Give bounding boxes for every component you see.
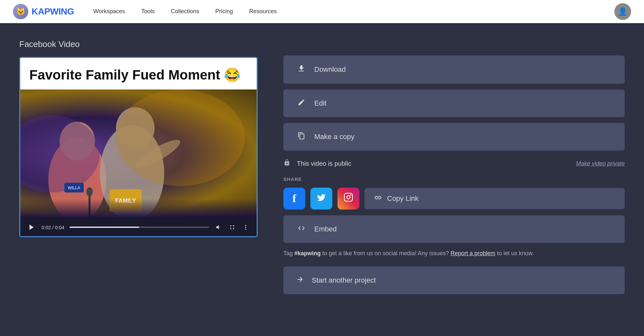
svg-marker-14 xyxy=(30,225,34,230)
navbar: 🐱 KAPWING Workspaces Tools Collections P… xyxy=(0,0,644,23)
tag-suffix-text: to let us know. xyxy=(497,250,534,257)
nav-item-resources[interactable]: Resources xyxy=(249,8,277,15)
svg-rect-18 xyxy=(345,193,353,201)
left-panel: Facebook Video Favorite Family Fued Mome… xyxy=(19,39,258,237)
scene-overlay xyxy=(20,199,257,218)
nav-link-resources[interactable]: Resources xyxy=(249,8,277,14)
twitter-share-button[interactable] xyxy=(310,188,332,210)
report-problem-link[interactable]: Report a problem xyxy=(450,250,495,257)
make-private-link[interactable]: Make video private xyxy=(576,160,625,167)
start-project-label: Start another project xyxy=(312,276,376,285)
edit-icon xyxy=(296,98,307,108)
twitter-icon xyxy=(316,193,327,205)
share-row: f xyxy=(283,188,625,210)
svg-point-9 xyxy=(86,187,93,196)
download-button[interactable]: Download xyxy=(283,55,625,84)
play-button[interactable] xyxy=(27,222,36,232)
make-copy-label: Make a copy xyxy=(314,133,355,141)
svg-point-15 xyxy=(245,225,246,226)
svg-point-16 xyxy=(245,227,246,228)
progress-fill xyxy=(70,227,139,228)
share-section: SHARE xyxy=(283,176,625,182)
make-copy-button[interactable]: Make a copy xyxy=(283,123,625,151)
fullscreen-button[interactable] xyxy=(228,223,237,232)
lock-icon xyxy=(283,159,290,168)
instagram-share-button[interactable] xyxy=(337,188,359,210)
download-icon xyxy=(296,64,307,75)
nav-item-workspaces[interactable]: Workspaces xyxy=(93,8,125,15)
right-panel: Download Edit Make a copy xyxy=(283,39,625,294)
arrow-right-icon xyxy=(296,275,304,285)
copy-link-label: Copy Link xyxy=(387,194,419,203)
embed-label: Embed xyxy=(314,225,337,233)
video-title-overlay: Favorite Family Fued Moment 😂 xyxy=(20,58,257,89)
tag-middle-text: to get a like from us on social media! A… xyxy=(322,250,450,257)
main-content: Facebook Video Favorite Family Fued Mome… xyxy=(0,23,644,310)
controls-right xyxy=(214,223,250,232)
video-controls: 0:02 / 0:04 xyxy=(20,218,257,236)
svg-text:WILLA: WILLA xyxy=(68,185,80,190)
progress-bar[interactable] xyxy=(70,227,209,228)
video-container: Favorite Family Fued Moment 😂 xyxy=(19,57,258,237)
svg-point-17 xyxy=(245,229,246,230)
edit-button[interactable]: Edit xyxy=(283,89,625,117)
logo-area[interactable]: 🐱 KAPWING xyxy=(13,4,74,19)
page-title: Facebook Video xyxy=(19,39,258,49)
nav-item-collections[interactable]: Collections xyxy=(171,8,199,15)
copy-icon xyxy=(296,132,307,142)
nav-item-tools[interactable]: Tools xyxy=(141,8,155,15)
embed-icon xyxy=(296,224,307,234)
more-options-button[interactable] xyxy=(241,223,250,232)
download-label: Download xyxy=(314,65,346,74)
visibility-row: This video is public Make video private xyxy=(283,156,625,171)
edit-label: Edit xyxy=(314,99,327,107)
svg-point-19 xyxy=(347,196,350,199)
avatar[interactable]: 👤 xyxy=(614,3,631,20)
hashtag-text: #kapwing xyxy=(294,250,321,257)
start-project-button[interactable]: Start another project xyxy=(283,266,625,294)
time-display: 0:02 / 0:04 xyxy=(42,225,64,230)
nav-item-pricing[interactable]: Pricing xyxy=(215,8,233,15)
video-image-area: FAMILY WILLA xyxy=(20,89,257,218)
svg-point-10 xyxy=(116,89,245,186)
facebook-share-button[interactable]: f xyxy=(283,188,305,210)
embed-button[interactable]: Embed xyxy=(283,215,625,243)
instagram-icon xyxy=(344,192,353,205)
nav-link-tools[interactable]: Tools xyxy=(141,8,155,14)
visibility-status: This video is public xyxy=(297,160,351,167)
nav-links: Workspaces Tools Collections Pricing Res… xyxy=(93,8,614,15)
tag-line: Tag #kapwing to get a like from us on so… xyxy=(283,249,625,258)
svg-point-20 xyxy=(350,194,351,196)
nav-link-pricing[interactable]: Pricing xyxy=(215,8,233,14)
share-label: SHARE xyxy=(283,176,625,182)
logo-icon: 🐱 xyxy=(13,4,28,19)
link-icon xyxy=(374,194,382,203)
nav-link-workspaces[interactable]: Workspaces xyxy=(93,8,125,14)
copy-link-button[interactable]: Copy Link xyxy=(365,188,625,209)
facebook-icon: f xyxy=(292,192,296,205)
logo-text: KAPWING xyxy=(32,6,74,17)
nav-link-collections[interactable]: Collections xyxy=(171,8,199,14)
volume-button[interactable] xyxy=(214,223,223,232)
